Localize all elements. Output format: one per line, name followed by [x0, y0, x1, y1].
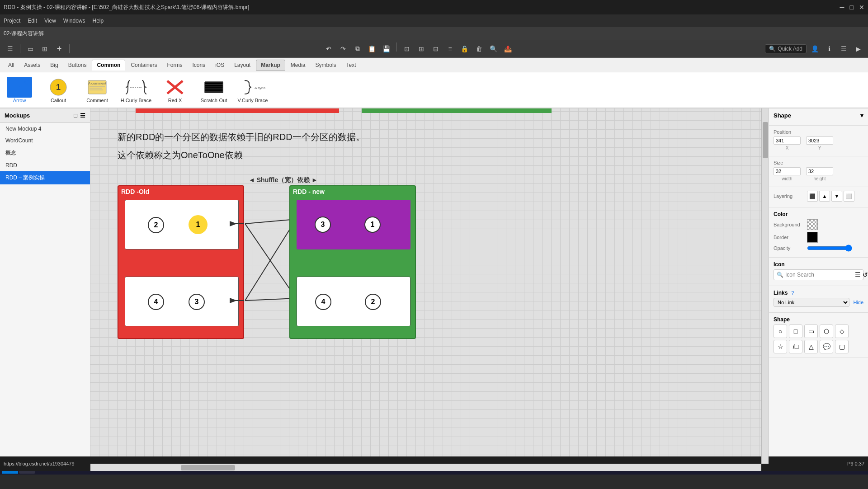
tab-common[interactable]: Common: [92, 60, 125, 71]
paste-button[interactable]: 📋: [366, 42, 378, 55]
single-pane-button[interactable]: ▭: [24, 42, 37, 55]
icon-search-list-icon[interactable]: ☰: [855, 271, 861, 278]
crop-button[interactable]: ⊡: [401, 42, 413, 55]
links-select[interactable]: No Link: [774, 298, 849, 307]
search-button[interactable]: 🔍: [487, 42, 500, 55]
opacity-slider[interactable]: [807, 244, 852, 252]
canvas[interactable]: 新的RDD的一个分区的数据依赖于旧的RDD一个分区的数据。 这个依赖称之为One…: [90, 108, 769, 471]
icon-search-refresh-icon[interactable]: ↺: [863, 271, 868, 278]
tab-big[interactable]: Big: [46, 60, 62, 70]
delete-button[interactable]: 🗑: [473, 42, 486, 55]
background-swatch[interactable]: [807, 219, 818, 230]
tab-symbols[interactable]: Symbols: [311, 60, 341, 70]
quick-add-field[interactable]: 🔍 Quick Add: [765, 44, 807, 53]
bring-forward-button[interactable]: ▲: [819, 191, 830, 202]
shape-diamond[interactable]: ◇: [835, 324, 849, 338]
window-controls[interactable]: ─ □ ✕: [840, 4, 864, 11]
circle-1-selected[interactable]: 1: [189, 215, 208, 234]
send-back-button[interactable]: ⬜: [844, 191, 854, 202]
hide-button[interactable]: Hide: [853, 300, 863, 305]
icon-search-container[interactable]: 🔍 ☰ ↺ ✕: [774, 269, 863, 280]
hamburger-menu-button[interactable]: ☰: [4, 42, 16, 55]
v-scroll-thumb[interactable]: [763, 122, 768, 158]
border-swatch[interactable]: [807, 232, 818, 243]
shape-chevron-icon[interactable]: ▾: [860, 112, 863, 119]
comp-vcurlybrace[interactable]: A synopsis of text V.Curly Brace: [237, 77, 269, 103]
comp-scratchout[interactable]: Scratch-Out: [198, 77, 230, 103]
h-scroll-thumb[interactable]: [181, 465, 235, 470]
canvas-inner[interactable]: 新的RDD的一个分区的数据依赖于旧的RDD一个分区的数据。 这个依赖称之为One…: [90, 108, 761, 464]
tab-buttons[interactable]: Buttons: [64, 60, 91, 70]
sidebar-item-gainian[interactable]: 概念: [0, 146, 90, 160]
bring-front-button[interactable]: ⬛: [807, 191, 818, 202]
tab-containers[interactable]: Containers: [126, 60, 161, 70]
tab-icons[interactable]: Icons: [188, 60, 210, 70]
tab-forms[interactable]: Forms: [162, 60, 187, 70]
present-button[interactable]: ▶: [852, 42, 864, 55]
menu-view[interactable]: View: [44, 18, 56, 24]
maximize-button[interactable]: □: [850, 4, 854, 11]
dual-pane-button[interactable]: ⊞: [38, 42, 51, 55]
add-mockup-button[interactable]: +: [53, 42, 66, 55]
info-button[interactable]: ℹ: [823, 42, 835, 55]
height-input[interactable]: [806, 167, 833, 175]
tab-media[interactable]: Media: [286, 60, 310, 70]
minimize-button[interactable]: ─: [840, 4, 844, 11]
rdd-new-box[interactable]: RDD - new 3 1 4 2: [289, 185, 416, 339]
shape-triangle[interactable]: △: [804, 340, 818, 353]
shape-parallelogram[interactable]: /□: [789, 340, 802, 353]
redo-button[interactable]: ↷: [337, 42, 349, 55]
menu-help[interactable]: Help: [93, 18, 104, 24]
y-input[interactable]: [806, 136, 833, 145]
menu-windows[interactable]: Windows: [63, 18, 85, 24]
menu-edit[interactable]: Edit: [28, 18, 37, 24]
tab-all[interactable]: All: [4, 60, 19, 70]
tab-assets[interactable]: Assets: [19, 60, 45, 70]
comp-hcurlybrace[interactable]: H.Curly Brace: [120, 77, 152, 103]
save-button[interactable]: 💾: [380, 42, 393, 55]
comp-arrow[interactable]: Arrow: [4, 77, 35, 103]
tab-layout[interactable]: Layout: [230, 60, 255, 70]
undo-button[interactable]: ↶: [322, 42, 335, 55]
icon-search-input[interactable]: [785, 272, 853, 278]
shape-diamond-rect[interactable]: ⬡: [820, 324, 833, 338]
export-button[interactable]: 📤: [502, 42, 514, 55]
comp-redx[interactable]: Red X: [159, 77, 191, 103]
sidebar-icon-menu[interactable]: ☰: [80, 112, 85, 119]
ungroup-button[interactable]: ⊟: [429, 42, 442, 55]
sidebar-item-wordcount[interactable]: WordCount: [0, 135, 90, 146]
sidebar-item-newmockup4[interactable]: New Mockup 4: [0, 123, 90, 135]
close-button[interactable]: ✕: [859, 4, 864, 11]
group-button[interactable]: ⊞: [415, 42, 428, 55]
tab-markup[interactable]: Markup: [256, 60, 285, 71]
account-button[interactable]: 👤: [808, 42, 821, 55]
tab-ios[interactable]: iOS: [211, 60, 229, 70]
align-button[interactable]: ≡: [444, 42, 457, 55]
comp-callout[interactable]: 1 Callout: [42, 77, 74, 103]
shape-star[interactable]: ☆: [774, 340, 787, 353]
shape-circle[interactable]: ○: [774, 324, 787, 338]
shape-callout-rect[interactable]: 💬: [820, 340, 833, 353]
horizontal-scrollbar[interactable]: [90, 464, 761, 471]
sidebar-icons[interactable]: □ ☰: [74, 112, 85, 119]
lock-button[interactable]: 🔒: [458, 42, 471, 55]
sidebar-item-rdd-case[interactable]: RDD – 案例实操: [0, 171, 90, 184]
tab-text[interactable]: Text: [342, 60, 361, 70]
menu-project[interactable]: Project: [4, 18, 20, 24]
copy-button[interactable]: ⧉: [351, 42, 364, 55]
width-input[interactable]: [774, 167, 801, 175]
rdd-old-box[interactable]: RDD -Old 2 1 4 3: [118, 185, 244, 339]
sidebar-icon-new[interactable]: □: [74, 112, 77, 119]
links-help-button[interactable]: ?: [791, 290, 794, 296]
list-view-button[interactable]: ☰: [837, 42, 850, 55]
vertical-scrollbar[interactable]: [761, 108, 769, 464]
toolbar-separator-1: [20, 44, 20, 53]
comp-comment[interactable]: A comment Comment: [81, 77, 113, 103]
x-input[interactable]: [774, 136, 801, 145]
shape-rounded[interactable]: ▢: [835, 340, 849, 353]
send-backward-button[interactable]: ▼: [831, 191, 842, 202]
svg-line-22: [245, 298, 296, 301]
shape-square[interactable]: □: [789, 324, 802, 338]
sidebar-item-rdd[interactable]: RDD: [0, 160, 90, 171]
shape-rect[interactable]: ▭: [804, 324, 818, 338]
